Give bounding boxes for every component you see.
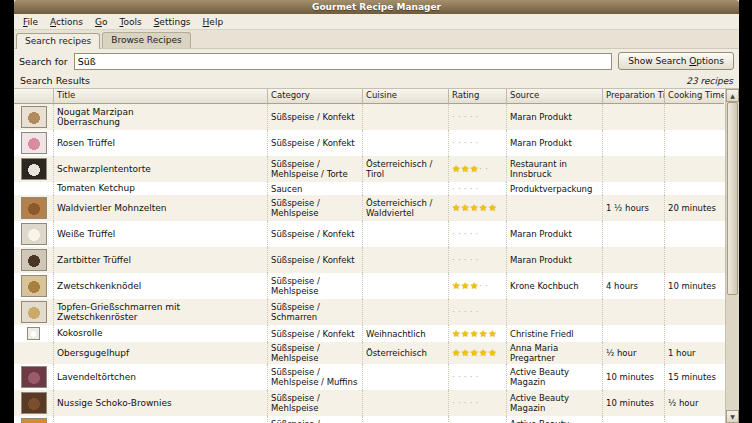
cell-category: Süßspeise / Konfekt (268, 104, 363, 130)
column-header-title[interactable]: Title (54, 89, 268, 104)
recipe-title: Nussige Schoko-Brownies (57, 398, 172, 409)
menu-item-help[interactable]: Help (197, 16, 230, 28)
recipe-title: Rosen Trüffel (57, 138, 115, 149)
recipe-row-waldviertler-mohnzelten[interactable]: Waldviertler MohnzeltenSüßspeise / Mehls… (14, 195, 725, 221)
column-header-source[interactable]: Source (507, 89, 603, 104)
recipe-row-zwetschkenkn-del[interactable]: ZwetschkenknödelSüßspeise / Mehlspeise★★… (14, 273, 725, 299)
cell-thumbnail (14, 390, 54, 416)
cell-cooking-time: 15 minutes (665, 364, 724, 390)
cell-cuisine (363, 221, 449, 247)
rating-stars: ····· (452, 184, 481, 194)
cell-cooking-time: 20 minutes (665, 195, 724, 221)
menu-item-go[interactable]: Go (89, 16, 114, 28)
recipe-row-rosen-tr-ffel[interactable]: Rosen TrüffelSüßspeise / Konfekt·····Mar… (14, 130, 725, 156)
menu-item-actions[interactable]: Actions (44, 16, 89, 28)
cell-source: Restaurant in Innsbruck (507, 156, 603, 182)
window-title: Gourmet Recipe Manager (312, 2, 441, 12)
recipe-title: Weiße Trüffel (57, 229, 115, 240)
cell-cooking-time (665, 299, 724, 325)
cell-preparation-time (603, 299, 665, 325)
column-header-rating[interactable]: Rating (449, 89, 507, 104)
cell-cooking-time: 1 hour (665, 342, 724, 364)
scrollbar-thumb[interactable] (727, 102, 738, 295)
cell-rating: ★★★★★ (449, 342, 507, 364)
cell-rating: ····· (449, 130, 507, 156)
cell-rating: ····· (449, 104, 507, 130)
cell-thumbnail (14, 325, 54, 342)
recipe-row-lavendelt-rtchen[interactable]: LavendeltörtchenSüßspeise / Mehlspeise /… (14, 364, 725, 390)
rating-stars: ····· (452, 307, 481, 317)
rating-stars: ★★★★★ (452, 348, 497, 358)
recipe-title: Tomaten Ketchup (57, 183, 135, 194)
cell-thumbnail (14, 342, 54, 364)
recipe-row-obersgugelhupf[interactable]: ObersgugelhupfSüßspeise / MehlspeiseÖste… (14, 342, 725, 364)
screen: Gourmet Recipe Manager FileActionsGoTool… (0, 0, 752, 423)
cell-rating: ····· (449, 416, 507, 423)
vertical-scrollbar[interactable]: ▲ ▼ (725, 89, 739, 423)
tab-browse-recipes[interactable]: Browse Recipes (102, 32, 190, 48)
cell-category: Süßspeise / Konfekt (268, 247, 363, 273)
recipe-row-topfen-grie-schmarren-mit-zwetschkenr-ster[interactable]: Topfen-Grießschmarren mit Zwetschkenröst… (14, 299, 725, 325)
menu-item-file[interactable]: File (17, 16, 44, 28)
tab-search-recipes[interactable]: Search recipes (16, 33, 100, 49)
recipe-title: Waldviertler Mohnzelten (57, 203, 166, 214)
table-header-row: TitleCategoryCuisineRatingSourcePreparat… (14, 89, 725, 104)
recipe-thumbnail (21, 223, 47, 245)
cell-thumbnail (14, 416, 54, 423)
cell-rating: ····· (449, 390, 507, 416)
scroll-down-button[interactable]: ▼ (726, 410, 739, 423)
rating-stars: ★★★·· (452, 164, 491, 174)
cell-rating: ★★★·· (449, 156, 507, 182)
cell-thumbnail (14, 195, 54, 221)
cell-title: Topfen-Grießschmarren mit Zwetschkenröst… (54, 299, 268, 325)
recipe-row-wei-e-tr-ffel[interactable]: Weiße TrüffelSüßspeise / Konfekt·····Mar… (14, 221, 725, 247)
cell-preparation-time (603, 130, 665, 156)
cell-cuisine (363, 104, 449, 130)
search-bar: Search for Show Search Options (14, 49, 739, 73)
titlebar[interactable]: Gourmet Recipe Manager (14, 0, 739, 14)
menu-item-settings[interactable]: Settings (148, 16, 197, 28)
cell-source: Active Beauty Magazin (507, 416, 603, 423)
recipe-title: Schwarzplententorte (57, 164, 151, 175)
cell-cooking-time (665, 325, 724, 342)
recipe-row-nougat-marzipan-berraschung[interactable]: Nougat Marzipan ÜberraschungSüßspeise / … (14, 104, 725, 130)
column-header-category[interactable]: Category (268, 89, 363, 104)
cell-source (507, 299, 603, 325)
search-input[interactable] (74, 53, 613, 70)
cell-cooking-time (665, 182, 724, 195)
recipe-thumbnail (21, 275, 47, 297)
table-body: Nougat Marzipan ÜberraschungSüßspeise / … (14, 104, 725, 423)
column-header-preparation-time[interactable]: Preparation Time (603, 89, 665, 104)
app-window: Gourmet Recipe Manager FileActionsGoTool… (14, 0, 739, 423)
menu-item-tools[interactable]: Tools (113, 16, 147, 28)
cell-preparation-time (603, 325, 665, 342)
cell-preparation-time (603, 182, 665, 195)
cell-title: Nussige Schoko-Brownies (54, 390, 268, 416)
recipe-row-tomaten-ketchup[interactable]: Tomaten KetchupSaucen·····Produktverpack… (14, 182, 725, 195)
cell-rating: ★★★★★ (449, 195, 507, 221)
scroll-up-button[interactable]: ▲ (726, 89, 739, 102)
show-search-options-button[interactable]: Show Search Options (618, 52, 734, 70)
column-header-cooking-time[interactable]: Cooking Time (665, 89, 724, 104)
recipe-row-schwarzplententorte[interactable]: SchwarzplententorteSüßspeise / Mehlspeis… (14, 156, 725, 182)
column-header-cuisine[interactable]: Cuisine (363, 89, 449, 104)
recipe-row-zartbitter-tr-ffel[interactable]: Zartbitter TrüffelSüßspeise / Konfekt···… (14, 247, 725, 273)
cell-source: Maran Produkt (507, 130, 603, 156)
rating-stars: ★★★★★ (452, 203, 497, 213)
recipe-thumbnail (21, 392, 47, 414)
column-header-thumbnail[interactable] (14, 89, 54, 104)
scrollbar-track[interactable] (726, 102, 739, 410)
recipe-row-zitronenkuchen[interactable]: ZitronenkuchenSüßspeise / Mehlspeise / K… (14, 416, 725, 423)
recipe-row-nussige-schoko-brownies[interactable]: Nussige Schoko-BrowniesSüßspeise / Mehls… (14, 390, 725, 416)
cell-rating: ★★★★★ (449, 325, 507, 342)
cell-title: Obersgugelhupf (54, 342, 268, 364)
cell-cooking-time: ½ hour (665, 390, 724, 416)
recipe-thumbnail (21, 249, 47, 271)
recipe-thumbnail (21, 418, 47, 423)
rating-stars: ····· (452, 112, 481, 122)
cell-title: Zartbitter Trüffel (54, 247, 268, 273)
cell-cooking-time (665, 156, 724, 182)
cell-thumbnail (14, 247, 54, 273)
cell-cooking-time: 10 minutes (665, 273, 724, 299)
recipe-row-kokosrolle[interactable]: KokosrolleSüßspeise / KonfektWeihnachtli… (14, 325, 725, 342)
